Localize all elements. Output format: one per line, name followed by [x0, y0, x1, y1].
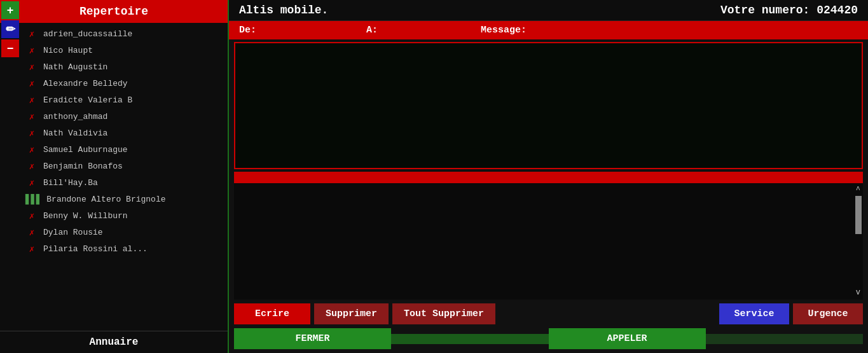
service-button[interactable]: Service [719, 303, 789, 324]
no-signal-icon: ✗ [25, 211, 38, 221]
app-title: Altis mobile. [239, 4, 328, 17]
a-label: A: [366, 25, 481, 36]
no-signal-icon: ✗ [25, 227, 38, 238]
middle-button [391, 334, 548, 344]
left-header: + ✏ − Repertoire [0, 0, 228, 23]
contact-name-label: Brandone Altero Brignole [46, 195, 165, 204]
action-bar: FERMER APPELER [229, 328, 868, 353]
tout-supprimer-button[interactable]: Tout Supprimer [392, 303, 495, 324]
no-signal-icon: ✗ [25, 177, 38, 188]
contact-name-label: Benny W. Willburn [43, 211, 128, 221]
list-item[interactable]: ✗Eradicte Valeria B [0, 92, 228, 108]
no-signal-icon: ✗ [25, 62, 38, 73]
contact-name-label: Bill'Hay.Ba [43, 178, 98, 188]
list-item[interactable]: ✗adrien_ducassaille [0, 25, 228, 42]
right-panel: Altis mobile. Votre numero: 024420 De: A… [229, 0, 868, 353]
scroll-thumb[interactable] [855, 196, 862, 234]
last-button [706, 334, 863, 344]
scroll-up-indicator: ^ [856, 186, 860, 195]
contact-name-label: Nath Valdivia [43, 128, 107, 138]
contacts-scroll[interactable]: ✗adrien_ducassaille✗Nico Haupt✗Nath Augu… [0, 25, 228, 328]
add-contact-button[interactable]: + [1, 1, 19, 19]
no-signal-icon: ✗ [25, 161, 38, 172]
contact-name-label: Nico Haupt [43, 46, 93, 55]
contact-name-label: adrien_ducassaille [43, 29, 132, 39]
urgence-button[interactable]: Urgence [793, 303, 863, 324]
list-item[interactable]: ▋▋▋Brandone Altero Brignole [0, 191, 228, 207]
scroll-down-indicator: v [856, 288, 860, 297]
no-signal-icon: ✗ [25, 29, 38, 39]
no-signal-icon: ✗ [25, 144, 38, 155]
supprimer-button[interactable]: Supprimer [314, 303, 389, 324]
message-header: De: A: Message: [229, 21, 868, 39]
no-signal-icon: ✗ [25, 244, 38, 254]
red-divider [234, 172, 863, 183]
no-signal-icon: ✗ [25, 111, 38, 122]
right-header: Altis mobile. Votre numero: 024420 [229, 0, 868, 21]
contact-name-label: Pilaria Rossini al... [43, 244, 148, 254]
ecrire-button[interactable]: Ecrire [234, 303, 310, 324]
list-item[interactable]: ✗Nath Valdivia [0, 125, 228, 141]
left-footer: Annuaire [0, 331, 228, 353]
contact-name-label: Nath Augustin [43, 62, 107, 72]
list-item[interactable]: ✗Samuel Auburnague [0, 141, 228, 158]
list-item[interactable]: ✗Bill'Hay.Ba [0, 174, 228, 191]
no-signal-icon: ✗ [25, 78, 38, 89]
signal-icon: ▋▋▋ [25, 194, 41, 205]
no-signal-icon: ✗ [25, 128, 38, 139]
list-item[interactable]: ✗Pilaria Rossini al... [0, 240, 228, 257]
contacts-list: ✗adrien_ducassaille✗Nico Haupt✗Nath Augu… [0, 23, 228, 331]
list-item[interactable]: ✗Dylan Rousie [0, 224, 228, 240]
appeler-button[interactable]: APPELER [549, 328, 706, 349]
list-item[interactable]: ✗Benny W. Willburn [0, 207, 228, 224]
message-label: Message: [481, 25, 858, 36]
contact-name-label: Benjamin Bonafos [43, 162, 123, 171]
phone-number: Votre numero: 024420 [720, 4, 858, 17]
list-item[interactable]: ✗anthony_ahmad [0, 108, 228, 125]
contact-name-label: anthony_ahmad [43, 112, 107, 121]
contact-name-label: Dylan Rousie [43, 228, 103, 237]
list-item[interactable]: ✗Nath Augustin [0, 59, 228, 75]
repertoire-title: Repertoire [79, 5, 148, 18]
de-label: De: [239, 25, 366, 36]
list-item[interactable]: ✗Nico Haupt [0, 42, 228, 59]
message-area [234, 42, 863, 169]
bottom-buttons: Ecrire Supprimer Tout Supprimer Service … [229, 300, 868, 328]
left-panel: + ✏ − Repertoire ✗adrien_ducassaille✗Nic… [0, 0, 229, 353]
list-item[interactable]: ✗Benjamin Bonafos [0, 158, 228, 174]
contact-name-label: Eradicte Valeria B [43, 95, 132, 105]
annuaire-label: Annuaire [90, 336, 139, 348]
contact-name-label: Samuel Auburnague [43, 145, 128, 155]
no-signal-icon: ✗ [25, 45, 38, 56]
list-item[interactable]: ✗Alexandre Belledy [0, 75, 228, 92]
fermer-button[interactable]: FERMER [234, 328, 391, 349]
no-signal-icon: ✗ [25, 95, 38, 106]
scroll-area[interactable]: ^ v [234, 183, 863, 300]
contact-name-label: Alexandre Belledy [43, 79, 128, 88]
